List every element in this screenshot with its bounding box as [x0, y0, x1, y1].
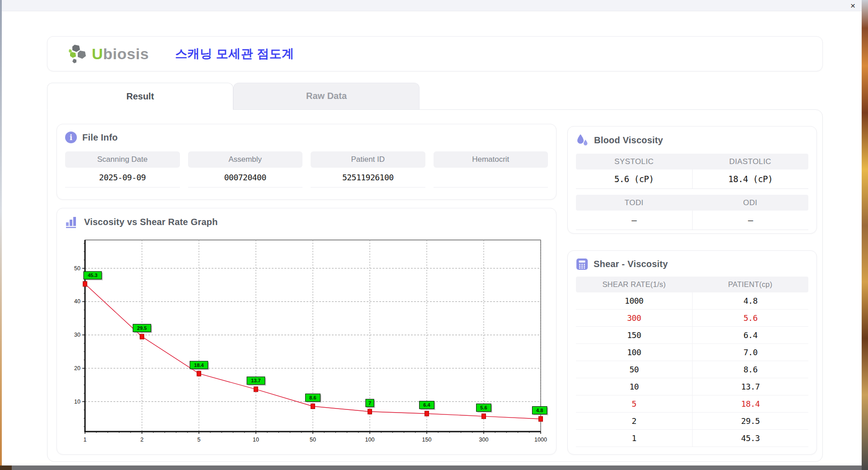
field-label-patient-id: Patient ID — [311, 151, 425, 168]
data-point-marker — [197, 371, 201, 376]
data-label-text: 5.6 — [480, 405, 487, 410]
data-label-text: 7 — [368, 400, 371, 406]
table-row: 145.3 — [576, 430, 808, 447]
patient-cell: 6.4 — [692, 327, 808, 343]
app-window: × Ubiosis 스캐닝 모세관 점도계 Result Raw Data — [2, 0, 862, 465]
blood-viscosity-title: Blood Viscosity — [594, 135, 663, 146]
patient-cell: 13.7 — [692, 378, 808, 395]
logo-letter-u: U — [92, 45, 103, 62]
data-point-marker — [482, 414, 486, 419]
shear-viscosity-card: Shear - Viscosity SHEAR RATE(1/s) PATIEN… — [567, 250, 817, 455]
window-content: Ubiosis 스캐닝 모세관 점도계 Result Raw Data i Fi… — [2, 12, 862, 465]
ubiosis-logo: Ubiosis — [68, 44, 149, 64]
file-info-grid: Scanning Date 2025-09-09 Assembly 000720… — [57, 148, 556, 188]
x-axis-label: 100 — [365, 437, 375, 443]
shear-rate-cell: 300 — [576, 310, 692, 326]
blood-viscosity-card: Blood Viscosity SYSTOLIC DIASTOLIC 5.6 (… — [567, 126, 817, 234]
todi-label: TODI — [576, 195, 692, 211]
table-row: 1007.0 — [576, 344, 808, 361]
odi-value: – — [692, 211, 808, 230]
systolic-value: 5.6 (cP) — [576, 169, 692, 188]
data-point-marker — [254, 387, 258, 392]
table-row: 518.4 — [576, 395, 808, 413]
field-value-assembly: 000720400 — [188, 168, 303, 188]
viscosity-chart: 10203040501251050100150300100045.329.518… — [67, 235, 544, 450]
x-axis-label: 10 — [253, 437, 259, 443]
patient-column-header: PATIENT(cp) — [692, 277, 808, 292]
x-axis-label: 2 — [141, 437, 144, 443]
field-label-hematocrit: Hematocrit — [434, 151, 548, 168]
logo-letters-biosis: biosis — [103, 45, 149, 62]
systolic-label: SYSTOLIC — [576, 154, 692, 169]
graph-title: Viscosity vs Shear Rate Graph — [84, 217, 218, 227]
table-row: 229.5 — [576, 413, 808, 430]
x-axis-label: 150 — [422, 437, 432, 443]
data-point-marker — [368, 409, 372, 414]
shear-rate-cell: 150 — [576, 327, 692, 343]
data-label-text: 13.7 — [251, 378, 260, 383]
shear-rate-cell: 2 — [576, 413, 692, 429]
patient-cell: 18.4 — [692, 395, 808, 412]
info-icon: i — [65, 132, 77, 143]
data-point-marker — [539, 416, 543, 421]
data-label-text: 29.5 — [137, 325, 146, 331]
desktop-edge-right — [862, 0, 868, 470]
graph-card: Viscosity vs Shear Rate Graph 1020304050… — [57, 208, 557, 455]
shear-viscosity-title: Shear - Viscosity — [594, 259, 668, 269]
patient-cell: 29.5 — [692, 413, 808, 429]
patient-cell: 5.6 — [692, 310, 808, 326]
table-row: 3005.6 — [576, 310, 808, 327]
shear-rate-cell: 10 — [576, 378, 692, 395]
data-label-text: 6.4 — [423, 402, 430, 408]
patient-cell: 7.0 — [692, 344, 808, 361]
patient-cell: 8.6 — [692, 361, 808, 378]
bar-chart-icon — [65, 216, 79, 228]
shear-rate-cell: 1000 — [576, 292, 692, 309]
shear-rate-column-header: SHEAR RATE(1/s) — [576, 277, 692, 292]
shear-rate-cell: 50 — [576, 361, 692, 378]
close-icon[interactable]: × — [850, 0, 855, 11]
diastolic-label: DIASTOLIC — [692, 154, 808, 169]
data-point-marker — [425, 411, 429, 416]
field-value-hematocrit — [434, 168, 548, 188]
data-label-text: 4.8 — [536, 408, 543, 413]
data-point-marker — [83, 282, 87, 287]
shear-table-body: 10004.83005.61506.41007.0508.61013.7518.… — [576, 292, 808, 447]
tab-raw-data[interactable]: Raw Data — [233, 83, 420, 109]
y-axis-label: 10 — [74, 399, 80, 405]
x-axis-label: 300 — [479, 437, 489, 443]
field-value-patient-id: 52511926100 — [311, 168, 425, 188]
data-label-text: 18.4 — [194, 362, 204, 368]
y-axis-label: 50 — [74, 265, 80, 272]
desktop-edge-bottom — [0, 465, 862, 470]
y-axis-label: 20 — [74, 365, 80, 371]
shear-table: SHEAR RATE(1/s) PATIENT(cp) 10004.83005.… — [576, 277, 808, 447]
x-axis-label: 5 — [198, 437, 201, 443]
shear-rate-cell: 5 — [576, 395, 692, 412]
app-title-korean: 스캐닝 모세관 점도계 — [175, 46, 294, 62]
patient-cell: 4.8 — [692, 292, 808, 309]
chart-container: 10203040501251050100150300100045.329.518… — [57, 233, 556, 451]
x-axis-label: 50 — [310, 437, 316, 443]
y-axis-label: 30 — [74, 332, 80, 338]
diastolic-value: 18.4 (cP) — [692, 169, 808, 188]
odi-label: ODI — [692, 195, 808, 211]
file-info-card: i File Info Scanning Date 2025-09-09 Ass… — [57, 124, 557, 200]
x-axis-label: 1 — [84, 437, 87, 443]
shear-rate-cell: 100 — [576, 344, 692, 361]
x-axis-label: 1000 — [534, 437, 547, 443]
logo-text: Ubiosis — [92, 45, 149, 63]
data-point-marker — [140, 334, 144, 339]
ubiosis-logo-icon — [68, 44, 89, 64]
tab-result[interactable]: Result — [47, 83, 233, 110]
data-label-text: 45.3 — [88, 273, 97, 278]
field-label-scanning-date: Scanning Date — [65, 151, 180, 168]
shear-rate-cell: 1 — [576, 430, 692, 446]
table-row: 508.6 — [576, 361, 808, 378]
table-row: 1506.4 — [576, 327, 808, 344]
blood-viscosity-table: SYSTOLIC DIASTOLIC 5.6 (cP) 18.4 (cP) TO… — [576, 154, 808, 230]
tab-bar: Result Raw Data — [47, 83, 420, 110]
blood-drops-icon — [576, 134, 589, 146]
todi-value: – — [576, 211, 692, 230]
table-row: 1013.7 — [576, 378, 808, 395]
